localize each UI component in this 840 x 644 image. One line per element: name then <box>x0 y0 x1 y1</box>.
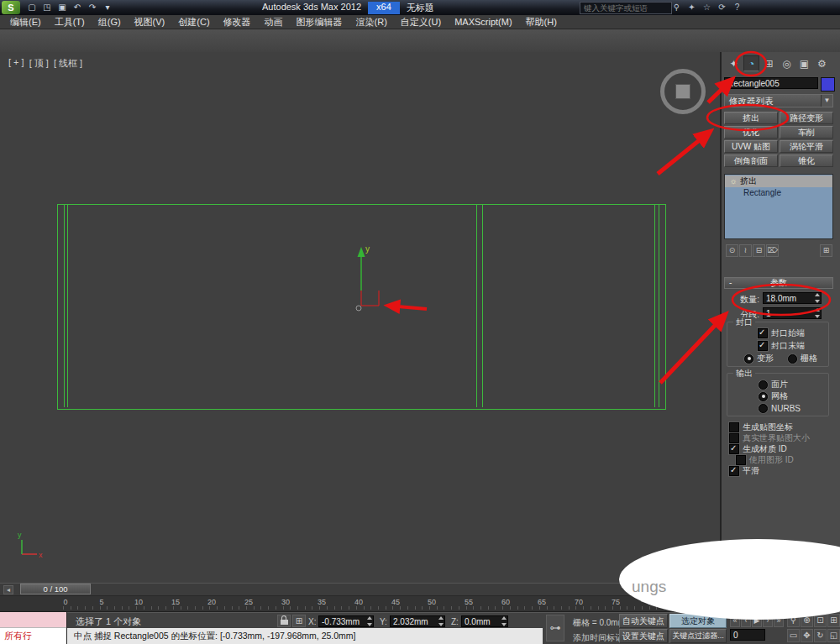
patch-radio-row[interactable]: 面片 <box>759 380 788 390</box>
listener-line[interactable]: 所有行 <box>0 628 66 644</box>
cap-start-checkbox[interactable] <box>758 328 768 338</box>
viewport-pov-label[interactable]: [ 顶 ] <box>29 57 49 70</box>
stack-item-extrude[interactable]: ☼ 挤出 <box>725 175 832 187</box>
menu-item-create[interactable]: 创建(C) <box>171 15 216 29</box>
menu-item-maxscript[interactable]: MAXScript(M) <box>448 15 518 29</box>
sync-icon[interactable]: ⟳ <box>716 2 728 13</box>
smooth-checkbox[interactable] <box>729 466 739 476</box>
absolute-offset-toggle[interactable]: ⊞ <box>292 615 306 627</box>
menu-item-views[interactable]: 视图(V) <box>128 15 172 29</box>
segments-spinner[interactable] <box>813 308 821 318</box>
selection-lock-toggle[interactable] <box>277 615 291 627</box>
object-name-field[interactable] <box>724 77 818 89</box>
real-world-row[interactable]: 真实世界贴图大小 <box>729 433 810 443</box>
menu-item-rendering[interactable]: 渲染(R) <box>349 15 394 29</box>
gen-material-row[interactable]: 生成材质 ID <box>729 444 787 454</box>
real-world-checkbox[interactable] <box>729 433 739 443</box>
viewport-shading-label[interactable]: [ 线框 ] <box>54 57 82 70</box>
help-search-input[interactable] <box>580 2 672 14</box>
orbit-icon[interactable]: ↻ <box>814 629 827 642</box>
modifier-button-lathe[interactable]: 车削 <box>780 126 833 139</box>
menu-item-edit[interactable]: 编辑(E) <box>3 15 48 29</box>
modifier-button-taper[interactable]: 锥化 <box>780 154 833 167</box>
previous-frame-icon[interactable]: ◂ <box>3 585 13 594</box>
tab-create-icon[interactable]: ✦ <box>726 55 742 71</box>
menu-item-animation[interactable]: 动画 <box>258 15 290 29</box>
new-file-icon[interactable]: ▢ <box>25 2 39 13</box>
gen-material-checkbox[interactable] <box>729 444 739 454</box>
redo-icon[interactable]: ↷ <box>86 2 99 13</box>
cap-start-row[interactable]: 封口始端 <box>758 328 805 338</box>
use-shape-row[interactable]: 使用图形 ID <box>736 455 794 465</box>
zoom-extents-all-icon[interactable]: ⊞ <box>827 614 840 627</box>
pin-stack-icon[interactable]: ⊙ <box>726 244 738 257</box>
morph-radio-row[interactable]: 变形 <box>744 353 774 364</box>
set-key-button[interactable]: 设置关键点 <box>619 629 668 643</box>
object-color-swatch[interactable] <box>821 77 835 92</box>
tab-modify-icon[interactable]: ◔ <box>743 55 759 71</box>
use-shape-checkbox[interactable] <box>736 455 746 465</box>
auto-key-button[interactable]: 自动关键点 <box>619 614 668 628</box>
modifier-button-uvw-map[interactable]: UVW 贴图 <box>724 140 778 153</box>
menu-item-tools[interactable]: 工具(T) <box>48 15 92 29</box>
nurbs-radio-row[interactable]: NURBS <box>759 403 801 413</box>
cap-end-checkbox[interactable] <box>758 341 768 351</box>
grid-radio-row[interactable]: 栅格 <box>788 353 817 364</box>
modifier-button-path-deform[interactable]: 路径变形 <box>780 112 833 124</box>
patch-radio[interactable] <box>759 380 768 390</box>
stack-item-rectangle[interactable]: Rectangle <box>725 187 832 199</box>
remove-modifier-icon[interactable]: ⌦ <box>766 244 779 257</box>
x-spinner[interactable] <box>365 616 373 626</box>
mesh-radio[interactable] <box>759 392 768 401</box>
maxscript-mini-listener[interactable]: 所有行 <box>0 612 67 644</box>
favorites-star-icon[interactable]: ☆ <box>701 2 713 13</box>
add-time-tag[interactable]: 添加时间标记 <box>573 632 623 644</box>
modifier-button-extrude[interactable]: 挤出 <box>724 112 778 124</box>
viewport-menu-label[interactable]: [ + ] <box>8 57 24 70</box>
tab-utilities-icon[interactable]: ⚙ <box>814 55 830 71</box>
rollout-collapse-icon[interactable]: - <box>729 278 732 288</box>
set-key-mode-button[interactable]: ⊶ <box>546 615 564 641</box>
viewcube[interactable] <box>660 69 706 114</box>
configure-sets-icon[interactable]: ⊞ <box>820 244 832 257</box>
cap-end-row[interactable]: 封口末端 <box>758 341 805 351</box>
menu-item-graph-editors[interactable]: 图形编辑器 <box>290 15 349 29</box>
macro-recorder-line[interactable] <box>0 612 66 628</box>
z-spinner[interactable] <box>500 616 507 626</box>
app-logo-icon[interactable]: S <box>2 1 20 14</box>
zoom-region-icon[interactable]: ▭ <box>787 629 800 642</box>
gen-mapping-checkbox[interactable] <box>729 422 739 432</box>
show-end-result-icon[interactable]: ≀ <box>739 244 752 257</box>
gen-mapping-row[interactable]: 生成贴图坐标 <box>729 422 793 432</box>
pan-icon[interactable]: ✥ <box>801 629 813 642</box>
maximize-viewport-icon[interactable]: ◱ <box>827 629 840 642</box>
menu-item-customize[interactable]: 自定义(U) <box>394 15 448 29</box>
visibility-bulb-icon[interactable]: ☼ <box>728 175 738 187</box>
tab-display-icon[interactable]: ▣ <box>796 55 812 71</box>
smooth-row[interactable]: 平滑 <box>729 466 759 476</box>
tab-hierarchy-icon[interactable]: ⊞ <box>761 55 777 71</box>
viewcube-top-face[interactable] <box>675 84 690 99</box>
amount-spinner[interactable] <box>813 293 821 303</box>
modifier-list-dropdown[interactable]: 修改器列表 ▼ <box>724 94 833 107</box>
modifier-button-turbosmooth[interactable]: 涡轮平滑 <box>780 140 833 153</box>
parameters-rollout-header[interactable]: - 参数 <box>724 277 833 289</box>
key-filters-button[interactable]: 关键点过滤器... <box>669 629 727 643</box>
quick-access-caret-icon[interactable]: ▾ <box>101 2 114 13</box>
modifier-button-bevel-profile[interactable]: 倒角剖面 <box>724 154 778 167</box>
mesh-radio-row[interactable]: 网格 <box>759 391 788 401</box>
morph-radio[interactable] <box>744 354 753 364</box>
community-icon[interactable]: ✦ <box>685 2 698 13</box>
menu-item-group[interactable]: 组(G) <box>92 15 128 29</box>
help-icon[interactable]: ? <box>731 2 743 13</box>
rectangle-shape-wireframe[interactable] <box>57 204 666 410</box>
tab-motion-icon[interactable]: ◎ <box>779 55 795 71</box>
make-unique-icon[interactable]: ⊟ <box>753 244 765 257</box>
nurbs-radio[interactable] <box>759 404 768 413</box>
grid-radio[interactable] <box>788 354 797 364</box>
save-file-icon[interactable]: ▣ <box>55 2 69 13</box>
modifier-button-optimize[interactable]: 优化 <box>724 126 778 139</box>
time-slider-handle[interactable]: 0 / 100 <box>20 584 91 594</box>
search-icon[interactable]: ⚲ <box>670 2 683 13</box>
y-spinner[interactable] <box>437 616 444 626</box>
